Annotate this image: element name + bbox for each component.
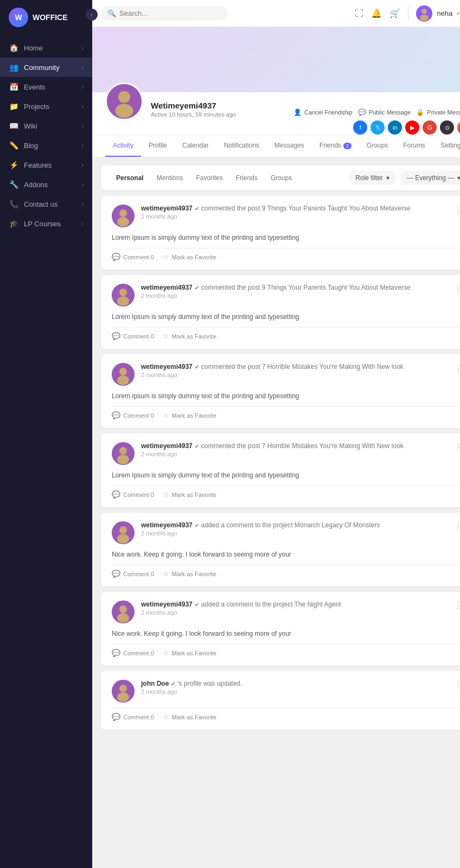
activity-avatar-5 [112,521,135,544]
profile-tab-groups[interactable]: Groups [359,135,395,157]
activity-more-1[interactable]: ⋮ [452,205,460,215]
user-line-5: wetimeyemi4937 ✔ added a comment to the … [141,521,445,529]
nav-icon-blog: ✏️ [9,141,18,150]
user-line-1: wetimeyemi4937 ✔ commented the post 9 Th… [141,205,445,212]
instagram-icon[interactable]: ◎ [457,120,460,135]
profile-tab-notifications[interactable]: Notifications [216,135,267,157]
everything-filter-dropdown[interactable]: — Everything —▾ [400,171,460,185]
bell-icon[interactable]: 🔔 [371,8,382,18]
public-message-button[interactable]: 💬 Public Message [358,108,411,116]
filter-item-groups[interactable]: Groups [264,171,298,185]
star-icon-5: ☆ [163,570,169,578]
card-header: john Doe ✔ 's profile was updated. 2 mon… [112,680,460,703]
activity-more-6[interactable]: ⋮ [452,601,460,611]
search-input[interactable] [119,9,221,17]
profile-tab-profile[interactable]: Profile [141,135,175,157]
comment-label-7: Comment 0 [123,714,154,720]
comment-action-7[interactable]: 💬 Comment 0 [112,713,154,721]
github-icon[interactable]: ⊙ [440,120,454,135]
activity-time-3: 2 months ago [141,372,445,378]
linkedin-icon[interactable]: in [388,120,402,135]
profile-tab-calendar[interactable]: Calendar [175,135,216,157]
cart-icon[interactable]: 🛒 [389,8,400,18]
favorite-action-6[interactable]: ☆ Mark as Favorite [163,649,216,657]
activity-action-2: commented the post 9 Things Your Parents… [201,284,411,291]
profile-tab-messages[interactable]: Messages [267,135,312,157]
svg-point-22 [119,605,127,613]
sidebar-item-wiki[interactable]: 📖 Wiki › [0,116,92,136]
sidebar-item-events[interactable]: 📅 Events › [0,77,92,97]
comment-action-3[interactable]: 💬 Comment 0 [112,411,154,419]
profile-tab-friends[interactable]: Friends2 [312,135,359,157]
comment-icon-3: 💬 [112,411,120,419]
sidebar-toggle-button[interactable]: ‹ [86,9,98,21]
activity-username-4: wetimeyemi4937 [141,442,193,450]
comment-action-5[interactable]: 💬 Comment 0 [112,570,154,578]
comment-action-6[interactable]: 💬 Comment 0 [112,649,154,657]
sidebar-item-community[interactable]: 👥 Community › [0,58,92,77]
favorite-label-7: Mark as Favorite [172,714,216,720]
comment-action-4[interactable]: 💬 Comment 0 [112,490,154,499]
activity-more-3[interactable]: ⋮ [452,363,460,373]
nav-label-wiki: Wiki [24,122,37,130]
svg-point-26 [117,692,129,702]
sidebar-item-addons[interactable]: 🔧 Addons › [0,175,92,194]
filter-item-personal[interactable]: Personal [110,171,150,185]
filter-item-favorites[interactable]: Favorites [189,171,229,185]
cancel-friendship-button[interactable]: 👤 Cancel Friendship [293,108,353,116]
verified-icon-5: ✔ [195,522,199,528]
private-message-button[interactable]: 🔒 Private Message [416,108,460,116]
profile-tab-settings[interactable]: Settings [433,135,460,157]
comment-action-1[interactable]: 💬 Comment 0 [112,253,154,261]
role-filter-dropdown[interactable]: Role filter▾ [349,171,396,185]
activity-more-4[interactable]: ⋮ [452,442,460,452]
favorite-action-3[interactable]: ☆ Mark as Favorite [163,411,216,419]
facebook-icon[interactable]: f [353,120,367,135]
user-area[interactable]: neha ▾ [416,5,459,22]
profile-tab-forums[interactable]: Forums [395,135,433,157]
activity-meta-4: wetimeyemi4937 ✔ commented the post 7 Ho… [141,442,445,457]
activity-more-2[interactable]: ⋮ [452,284,460,294]
sidebar-item-features[interactable]: ⚡ Features › [0,155,92,175]
nav-label-addons: Addons [24,181,48,189]
favorite-action-1[interactable]: ☆ Mark as Favorite [163,253,216,261]
profile-tab-activity[interactable]: Activity [105,135,141,157]
sidebar-item-home[interactable]: 🏠 Home › [0,38,92,58]
activity-action-5: added a comment to the project Monarch L… [201,521,380,529]
activity-time-2: 2 months ago [141,292,445,299]
fullscreen-icon[interactable]: ⛶ [355,9,363,18]
twitter-icon[interactable]: 𝕏 [370,120,385,135]
filter-item-mentions[interactable]: Mentions [150,171,190,185]
nav-label-lp: LP Courses [24,220,61,228]
activity-more-7[interactable]: ⋮ [452,680,460,690]
nav-item-left: 👥 Community [9,63,60,72]
logo-text: WOFFICE [33,13,68,22]
favorite-action-7[interactable]: ☆ Mark as Favorite [163,713,216,721]
sidebar-item-projects[interactable]: 📁 Projects › [0,97,92,116]
nav-item-left: 📖 Wiki [9,122,37,130]
favorite-action-2[interactable]: ☆ Mark as Favorite [163,332,216,340]
activity-more-5[interactable]: ⋮ [452,521,460,532]
youtube-icon[interactable]: ▶ [405,120,419,135]
google-icon[interactable]: G [423,120,437,135]
card-header: wetimeyemi4937 ✔ commented the post 7 Ho… [112,363,460,386]
star-icon-4: ☆ [163,490,169,499]
profile-header: Wetimeyemi4937 Active 10 hours, 59 minut… [92,92,460,135]
profile-status: Active 10 hours, 59 minutes ago [151,111,293,118]
svg-point-11 [117,296,129,306]
user-line-3: wetimeyemi4937 ✔ commented the post 7 Ho… [141,363,445,371]
favorite-action-4[interactable]: ☆ Mark as Favorite [163,490,216,499]
favorite-action-5[interactable]: ☆ Mark as Favorite [163,570,216,578]
svg-point-20 [117,534,129,544]
filter-item-friends[interactable]: Friends [229,171,264,185]
sidebar-item-contact[interactable]: 📞 Contact us › [0,194,92,214]
comment-action-2[interactable]: 💬 Comment 0 [112,332,154,340]
nav-icons: ⛶ 🔔 🛒 neha ▾ ☰ [355,5,460,22]
star-icon-6: ☆ [163,649,169,657]
svg-point-19 [119,526,127,534]
sidebar-item-lp[interactable]: 🎓 LP Courses › [0,214,92,233]
comment-label-2: Comment 0 [123,333,154,340]
sidebar-logo: W WOFFICE [0,0,92,35]
nav-icon-events: 📅 [9,82,18,91]
sidebar-item-blog[interactable]: ✏️ Blog › [0,136,92,155]
